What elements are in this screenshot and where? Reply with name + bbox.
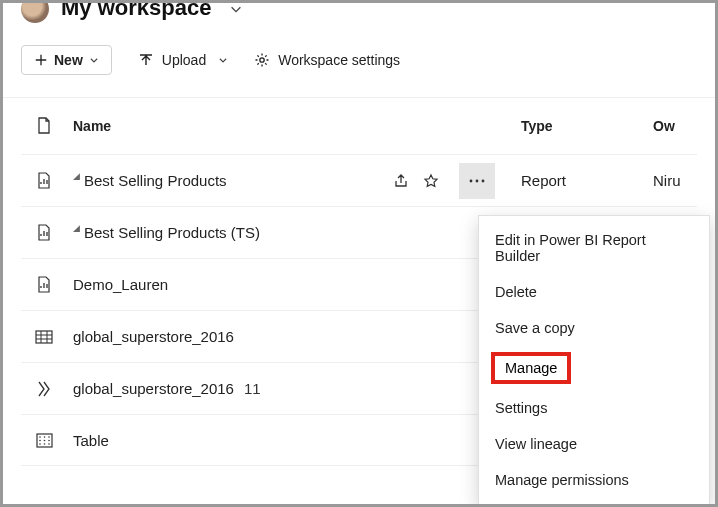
report-icon (36, 224, 52, 242)
table-icon (36, 433, 53, 448)
menu-save-copy[interactable]: Save a copy (479, 310, 709, 346)
workspace-settings-label: Workspace settings (278, 52, 400, 68)
certified-icon: ◢ (73, 223, 80, 233)
dataflow-icon (36, 380, 52, 398)
svg-point-12 (39, 443, 41, 445)
menu-manage[interactable]: Manage (491, 352, 571, 384)
item-name: Best Selling Products (84, 172, 227, 189)
item-name: Table (73, 432, 109, 449)
item-name: Demo_Lauren (73, 276, 168, 293)
new-button-label: New (54, 52, 83, 68)
svg-point-3 (482, 179, 485, 182)
excel-icon (35, 328, 53, 346)
menu-delete[interactable]: Delete (479, 274, 709, 310)
item-owner: Niru (653, 172, 697, 189)
item-name: global_superstore_2016 (73, 328, 234, 345)
more-options-button[interactable] (459, 163, 495, 199)
item-type: Report (503, 172, 653, 189)
menu-view-lineage[interactable]: View lineage (479, 426, 709, 462)
workspace-settings-button[interactable]: Workspace settings (254, 52, 400, 68)
chevron-down-icon (218, 55, 228, 65)
report-icon (36, 276, 52, 294)
svg-point-8 (48, 436, 50, 438)
item-count: 11 (244, 380, 261, 397)
table-header: Name Type Ow (21, 98, 697, 154)
star-icon[interactable] (423, 173, 439, 189)
svg-point-14 (48, 443, 50, 445)
chevron-down-icon (89, 55, 99, 65)
svg-point-9 (39, 439, 41, 441)
column-type-header[interactable]: Type (503, 118, 653, 134)
table-row[interactable]: ◢ Best Selling Products Report Niru (21, 154, 697, 206)
upload-icon (138, 52, 154, 68)
svg-point-10 (43, 439, 45, 441)
svg-rect-4 (36, 331, 52, 343)
column-name-header[interactable]: Name (67, 118, 389, 134)
svg-point-6 (39, 436, 41, 438)
svg-point-2 (476, 179, 479, 182)
context-menu: Edit in Power BI Report Builder Delete S… (478, 215, 710, 505)
svg-point-11 (48, 439, 50, 441)
workspace-avatar[interactable] (21, 0, 49, 23)
svg-point-13 (43, 443, 45, 445)
menu-settings[interactable]: Settings (479, 390, 709, 426)
report-icon (36, 172, 52, 190)
item-name: global_superstore_2016 (73, 380, 234, 397)
menu-manage-permissions[interactable]: Manage permissions (479, 462, 709, 498)
svg-point-0 (260, 58, 264, 62)
column-owner-header[interactable]: Ow (653, 118, 697, 134)
document-icon (36, 117, 52, 135)
item-name: Best Selling Products (TS) (84, 224, 260, 241)
svg-point-7 (43, 436, 45, 438)
workspace-title: My workspace (61, 0, 211, 21)
plus-icon (34, 53, 48, 67)
upload-label: Upload (162, 52, 206, 68)
new-button[interactable]: New (21, 45, 112, 75)
share-icon[interactable] (393, 173, 409, 189)
certified-icon: ◢ (73, 171, 80, 181)
menu-edit-report-builder[interactable]: Edit in Power BI Report Builder (479, 222, 709, 274)
upload-button[interactable]: Upload (138, 52, 228, 68)
svg-point-1 (470, 179, 473, 182)
gear-icon (254, 52, 270, 68)
chevron-down-icon[interactable] (229, 2, 243, 16)
